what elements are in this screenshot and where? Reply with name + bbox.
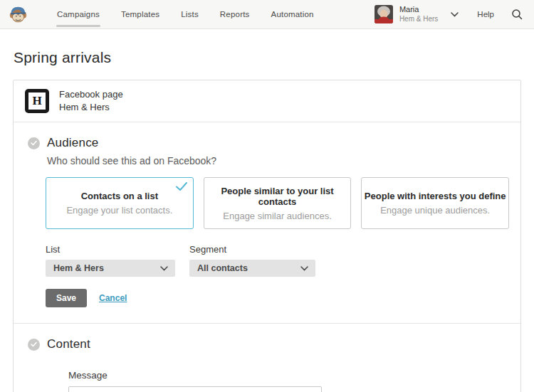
facebook-page-logo-icon: H — [25, 89, 49, 113]
audience-actions: Save Cancel — [46, 289, 509, 307]
user-account-name: Hem & Hers — [399, 15, 438, 24]
brand-logo-letter: H — [28, 92, 46, 110]
search-icon[interactable] — [511, 9, 523, 20]
audience-fields: List Hem & Hers Segment All contacts — [46, 244, 509, 277]
help-link[interactable]: Help — [477, 10, 494, 18]
segment-dropdown[interactable]: All contacts — [189, 260, 315, 277]
nav-item-automation[interactable]: Automation — [261, 0, 325, 29]
audience-question: Who should see this ad on Facebook? — [47, 155, 509, 166]
option-subtitle: Engage your list contacts. — [66, 205, 172, 216]
primary-nav: Campaigns Templates Lists Reports Automa… — [46, 0, 325, 29]
option-title: Contacts on a list — [81, 191, 158, 201]
message-block: Message — [68, 370, 509, 392]
list-field: List Hem & Hers — [46, 244, 175, 277]
nav-item-reports[interactable]: Reports — [209, 0, 261, 29]
cancel-link[interactable]: Cancel — [99, 293, 127, 303]
message-input[interactable] — [68, 386, 322, 392]
option-subtitle: Engage similar audiences. — [223, 211, 331, 221]
connection-type-label: Facebook page — [59, 88, 123, 101]
page-title: Spring arrivals — [14, 49, 534, 66]
option-similar-to-list-contacts[interactable]: People similar to your list contacts Eng… — [204, 177, 352, 229]
option-contacts-on-a-list[interactable]: Contacts on a list Engage your list cont… — [46, 177, 194, 229]
content-section-head: Content — [28, 337, 509, 351]
list-label: List — [46, 244, 175, 255]
facebook-connection-row: H Facebook page Hem & Hers — [14, 80, 520, 122]
nav-right-cluster: Maria Hem & Hers Help — [375, 5, 523, 23]
facebook-connection-text: Facebook page Hem & Hers — [59, 88, 123, 114]
chevron-down-icon[interactable] — [451, 12, 459, 17]
selected-check-icon — [175, 181, 188, 194]
nav-item-templates[interactable]: Templates — [110, 0, 170, 29]
audience-section: Audience Who should see this ad on Faceb… — [14, 122, 520, 323]
audience-heading: Audience — [47, 136, 99, 150]
audience-options: Contacts on a list Engage your list cont… — [46, 177, 509, 229]
ad-builder-card: H Facebook page Hem & Hers Audience Who … — [13, 80, 521, 392]
list-dropdown-value: Hem & Hers — [53, 263, 104, 273]
mailchimp-freddie-logo[interactable] — [9, 5, 28, 24]
user-name: Maria — [399, 5, 438, 15]
option-subtitle: Engage unique audiences. — [380, 205, 490, 216]
option-title: People similar to your list contacts — [204, 186, 351, 207]
step-complete-icon — [28, 137, 40, 149]
message-label: Message — [68, 370, 509, 381]
top-navigation: Campaigns Templates Lists Reports Automa… — [0, 0, 534, 29]
user-avatar[interactable] — [375, 5, 393, 23]
segment-dropdown-value: All contacts — [197, 263, 248, 273]
save-button[interactable]: Save — [46, 289, 87, 307]
content-section: Content Message — [14, 324, 520, 392]
content-heading: Content — [47, 337, 90, 351]
option-interests-you-define[interactable]: People with interests you define Engage … — [361, 177, 509, 229]
audience-section-head: Audience — [28, 136, 509, 150]
chevron-down-icon — [300, 266, 308, 271]
segment-label: Segment — [189, 244, 315, 255]
step-complete-icon — [28, 339, 40, 351]
nav-item-lists[interactable]: Lists — [170, 0, 209, 29]
segment-field: Segment All contacts — [189, 244, 315, 277]
list-dropdown[interactable]: Hem & Hers — [46, 260, 175, 277]
user-menu[interactable]: Maria Hem & Hers — [399, 5, 438, 23]
chevron-down-icon — [160, 266, 168, 271]
nav-item-campaigns[interactable]: Campaigns — [46, 0, 110, 29]
option-title: People with interests you define — [365, 191, 506, 201]
connection-account-name: Hem & Hers — [59, 101, 123, 114]
